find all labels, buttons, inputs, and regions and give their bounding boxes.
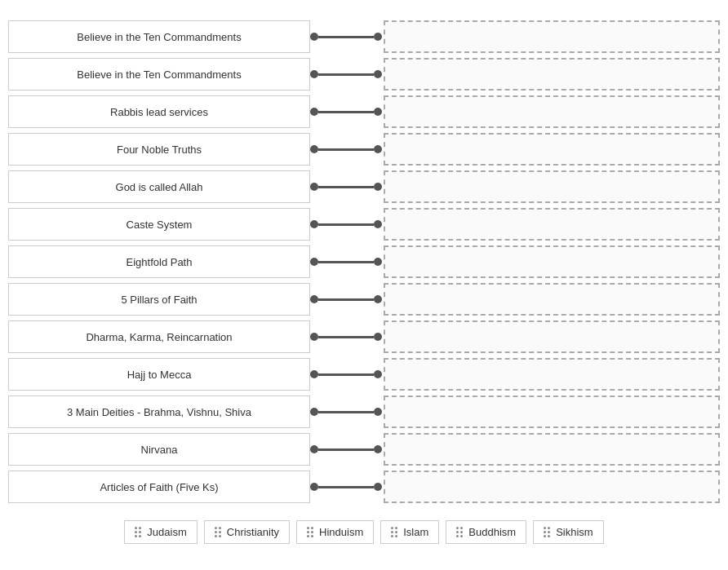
connector-line	[318, 448, 374, 451]
drop-box[interactable]	[384, 133, 720, 166]
connector-line	[318, 186, 374, 188]
left-item[interactable]: Hajj to Mecca	[8, 357, 384, 391]
drop-box[interactable]	[384, 58, 720, 91]
left-item[interactable]: 5 Pillars of Faith	[8, 282, 384, 316]
characteristic-label: Hajj to Mecca	[8, 358, 310, 391]
drag-handle-icon	[215, 527, 221, 537]
religion-label: Judaism	[147, 526, 186, 538]
dot-left	[310, 408, 318, 416]
characteristic-label: Caste System	[8, 208, 310, 241]
left-item[interactable]: Nirvana	[8, 432, 384, 466]
drop-box[interactable]	[384, 20, 720, 53]
drag-handle-icon	[544, 527, 550, 537]
drag-handle-icon	[307, 527, 313, 537]
dot-right	[374, 145, 382, 153]
characteristic-label: Dharma, Karma, Reincarnation	[8, 320, 310, 353]
characteristic-label: Articles of Faith (Five Ks)	[8, 471, 310, 503]
connector-line	[318, 411, 374, 413]
dot-left	[310, 445, 318, 453]
left-item[interactable]: Rabbis lead services	[8, 95, 384, 129]
drop-box[interactable]	[384, 358, 720, 391]
connector-line	[318, 298, 374, 301]
right-drop-zone[interactable]	[384, 20, 720, 54]
drop-box[interactable]	[384, 395, 720, 428]
matching-area: Believe in the Ten Commandments Believe …	[8, 20, 720, 507]
dot-left	[310, 295, 318, 303]
right-drop-zone[interactable]	[384, 170, 720, 204]
left-item[interactable]: 3 Main Deities - Brahma, Vishnu, Shiva	[8, 395, 384, 429]
characteristic-label: Rabbis lead services	[8, 95, 310, 128]
characteristic-label: Four Noble Truths	[8, 133, 310, 166]
right-drop-zone[interactable]	[384, 207, 720, 241]
drag-handle-icon	[456, 527, 463, 537]
left-item[interactable]: Eightfold Path	[8, 245, 384, 279]
dot-right	[374, 483, 382, 491]
dot-left	[310, 370, 318, 378]
connector	[310, 58, 382, 91]
right-drop-zone[interactable]	[384, 432, 720, 466]
religion-tag[interactable]: Judaism	[124, 520, 197, 544]
drag-handle-icon	[135, 527, 141, 537]
drop-box[interactable]	[384, 208, 720, 241]
drag-handle-icon	[391, 527, 397, 537]
right-drop-zone[interactable]	[384, 357, 720, 391]
drop-box[interactable]	[384, 320, 720, 353]
dot-left	[310, 70, 318, 78]
right-drop-zone[interactable]	[384, 282, 720, 316]
dot-left	[310, 108, 318, 116]
connector	[310, 358, 382, 391]
drop-box[interactable]	[384, 245, 720, 278]
dot-left	[310, 33, 318, 41]
right-column	[384, 20, 720, 507]
right-drop-zone[interactable]	[384, 95, 720, 129]
drop-box[interactable]	[384, 471, 720, 503]
left-column: Believe in the Ten Commandments Believe …	[8, 20, 384, 507]
drop-box[interactable]	[384, 170, 720, 203]
left-item[interactable]: God is called Allah	[8, 170, 384, 204]
left-item[interactable]: Believe in the Ten Commandments	[8, 57, 384, 91]
dot-right	[374, 220, 382, 228]
drop-box[interactable]	[384, 283, 720, 316]
right-drop-zone[interactable]	[384, 320, 720, 354]
connector-line	[318, 73, 374, 76]
drop-box[interactable]	[384, 95, 720, 128]
religion-tag[interactable]: Sikhism	[533, 520, 604, 544]
connector	[310, 133, 382, 166]
left-item[interactable]: Four Noble Truths	[8, 132, 384, 166]
religion-tag[interactable]: Christianity	[204, 520, 290, 544]
dot-right	[374, 408, 382, 416]
right-drop-zone[interactable]	[384, 132, 720, 166]
religion-tag[interactable]: Hinduism	[296, 520, 374, 544]
left-item[interactable]: Caste System	[8, 207, 384, 241]
dot-right	[374, 258, 382, 266]
characteristic-label: 5 Pillars of Faith	[8, 283, 310, 316]
right-drop-zone[interactable]	[384, 470, 720, 504]
characteristic-label: Eightfold Path	[8, 245, 310, 278]
dot-left	[310, 483, 318, 491]
religion-label: Buddhism	[468, 526, 516, 538]
connector-line	[318, 148, 374, 151]
dot-right	[374, 370, 382, 378]
dot-right	[374, 33, 382, 41]
religion-tag[interactable]: Buddhism	[446, 520, 526, 544]
right-drop-zone[interactable]	[384, 395, 720, 429]
characteristic-label: Nirvana	[8, 433, 310, 466]
right-drop-zone[interactable]	[384, 245, 720, 279]
connector-line	[318, 261, 374, 263]
left-item[interactable]: Articles of Faith (Five Ks)	[8, 470, 384, 504]
characteristic-label: God is called Allah	[8, 170, 310, 203]
religion-label: Sikhism	[556, 526, 593, 538]
religion-tag[interactable]: Islam	[380, 520, 439, 544]
dot-right	[374, 183, 382, 191]
dot-left	[310, 333, 318, 341]
connector	[310, 471, 382, 503]
dot-left	[310, 145, 318, 153]
connector-line	[318, 373, 374, 376]
connector	[310, 170, 382, 203]
dot-right	[374, 108, 382, 116]
bottom-bar: Judaism Christianity Hinduism Islam	[8, 520, 720, 554]
left-item[interactable]: Dharma, Karma, Reincarnation	[8, 320, 384, 354]
left-item[interactable]: Believe in the Ten Commandments	[8, 20, 384, 54]
right-drop-zone[interactable]	[384, 57, 720, 91]
drop-box[interactable]	[384, 433, 720, 466]
